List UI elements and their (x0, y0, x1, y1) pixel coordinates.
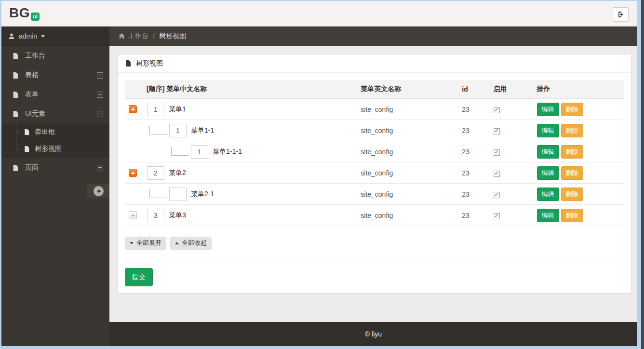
tree-connector-line (149, 126, 167, 134)
expand-plus-icon[interactable] (97, 72, 103, 79)
file-icon (24, 129, 30, 135)
sidebar-item-forms[interactable]: 表单 (1, 85, 109, 104)
breadcrumb-home-label: 工作台 (128, 32, 148, 40)
sidebar-item-popup[interactable]: 弹出框 (1, 123, 109, 140)
tree-node: 菜单1 (129, 103, 353, 116)
enabled-checkbox[interactable] (494, 149, 500, 156)
menu-name-label: 菜单3 (169, 211, 186, 220)
sign-out-icon (617, 11, 625, 18)
caret-down-icon (130, 242, 134, 246)
edit-button[interactable]: 编辑 (537, 166, 559, 180)
home-icon (118, 33, 125, 40)
delete-button[interactable]: 删除 (561, 124, 583, 137)
order-input[interactable] (169, 188, 187, 201)
collapse-all-button[interactable]: 全部收起 (170, 237, 212, 250)
enabled-cell (490, 184, 533, 205)
main-area: admin 工作台 表格 表单 (1, 27, 637, 346)
edit-button[interactable]: 编辑 (537, 209, 559, 222)
panel-header: 树形视图 (118, 54, 631, 73)
enabled-checkbox[interactable] (494, 107, 500, 113)
table-row: 菜单1-1-1site_config23编辑删除 (125, 141, 624, 162)
file-icon (12, 110, 19, 118)
sidebar-item-pages[interactable]: 页面 (1, 158, 109, 177)
enabled-checkbox[interactable] (494, 171, 500, 177)
delete-button[interactable]: 删除 (561, 166, 583, 180)
sidebar-item-workbench[interactable]: 工作台 (1, 46, 109, 66)
delete-button[interactable]: 删除 (561, 188, 583, 201)
actions-cell: 编辑删除 (533, 141, 624, 162)
collapse-toggle-button[interactable] (129, 169, 137, 177)
sidebar-collapse-button[interactable] (87, 184, 109, 198)
sidebar-menu: 工作台 表格 表单 UI元素 (1, 46, 109, 346)
name-cell: 菜单3 (125, 205, 357, 226)
name-cell: 菜单1 (125, 99, 357, 120)
app-logo: BGui (9, 5, 40, 21)
edit-button[interactable]: 编辑 (537, 145, 559, 159)
collapse-all-label: 全部收起 (182, 239, 207, 247)
delete-button[interactable]: 删除 (561, 209, 583, 222)
name-cell: 菜单2-1 (125, 184, 357, 205)
enabled-checkbox[interactable] (494, 192, 500, 198)
leaf-dot-icon (132, 215, 134, 216)
actions-cell: 编辑删除 (533, 162, 624, 184)
menu-id: 23 (458, 205, 489, 226)
menu-en-name: site_config (357, 99, 458, 120)
col-header-order-name: [顺序] 菜单中文名称 (125, 80, 357, 99)
table-row: 菜单1-1site_config23编辑删除 (125, 120, 624, 141)
expand-plus-icon[interactable] (97, 92, 103, 98)
col-header-en-name: 菜单英文名称 (357, 80, 458, 99)
col-header-enabled: 启用 (490, 80, 533, 99)
menu-name-label: 菜单1-1-1 (213, 148, 242, 156)
menu-name-label: 菜单1-1 (191, 126, 214, 135)
edit-button[interactable]: 编辑 (537, 188, 559, 201)
order-input[interactable] (191, 145, 208, 159)
collapse-minus-icon[interactable] (97, 111, 103, 117)
username-label: admin (19, 32, 37, 40)
sidebar-item-ui-elements[interactable]: UI元素 (1, 104, 109, 123)
collapse-toggle-button[interactable] (129, 105, 137, 113)
breadcrumb-home-link[interactable]: 工作台 (118, 32, 148, 40)
footer: © liyu (109, 322, 637, 346)
enabled-cell (490, 205, 533, 226)
name-cell: 菜单1-1-1 (125, 141, 357, 162)
edit-button[interactable]: 编辑 (537, 124, 559, 137)
user-icon (8, 33, 15, 40)
logout-button[interactable] (613, 7, 629, 22)
expand-plus-icon[interactable] (97, 165, 103, 171)
order-input[interactable] (147, 166, 164, 180)
expand-all-button[interactable]: 全部展开 (125, 237, 166, 250)
breadcrumb-separator: / (152, 32, 156, 40)
tree-connector-line (171, 147, 188, 156)
order-input[interactable] (169, 124, 187, 137)
leaf-toggle-button[interactable] (129, 211, 137, 219)
enabled-checkbox[interactable] (494, 213, 500, 219)
tree-node: 菜单2-1 (129, 188, 353, 201)
sidebar-item-label: 工作台 (25, 52, 103, 60)
tree-table: [顺序] 菜单中文名称 菜单英文名称 id 启用 操作 菜单1site_conf… (125, 80, 624, 226)
menu-en-name: site_config (357, 205, 458, 226)
enabled-cell (490, 99, 533, 120)
ui-elements-submenu: 弹出框 树形视图 (1, 123, 109, 158)
table-row: 菜单3site_config23编辑删除 (125, 205, 624, 226)
sidebar-item-label: 表单 (25, 90, 91, 99)
submit-button[interactable]: 提交 (125, 268, 153, 286)
sidebar-item-treeview[interactable]: 树形视图 (1, 140, 109, 157)
content-body: 树形视图 [顺序] 菜单中文名称 菜单英文名称 id 启用 操作 (109, 46, 637, 322)
enabled-checkbox[interactable] (494, 128, 500, 134)
topbar: BGui (1, 1, 637, 27)
breadcrumb: 工作台 / 树形视图 (109, 27, 637, 46)
content-column: 工作台 / 树形视图 树形视图 [顺序] 菜单中文名称 (109, 27, 637, 346)
divider (125, 259, 624, 259)
order-input[interactable] (147, 103, 164, 116)
sidebar-subitem-label: 弹出框 (35, 128, 55, 136)
delete-button[interactable]: 删除 (561, 103, 583, 116)
caret-up-icon (175, 240, 179, 244)
user-menu[interactable]: admin (1, 27, 109, 46)
sidebar-item-tables[interactable]: 表格 (1, 66, 109, 85)
window-right-edge (641, 0, 644, 349)
file-icon (12, 72, 19, 79)
edit-button[interactable]: 编辑 (537, 103, 559, 116)
delete-button[interactable]: 删除 (561, 145, 583, 159)
order-input[interactable] (147, 209, 164, 222)
tree-controls: 全部展开 全部收起 (125, 237, 624, 250)
